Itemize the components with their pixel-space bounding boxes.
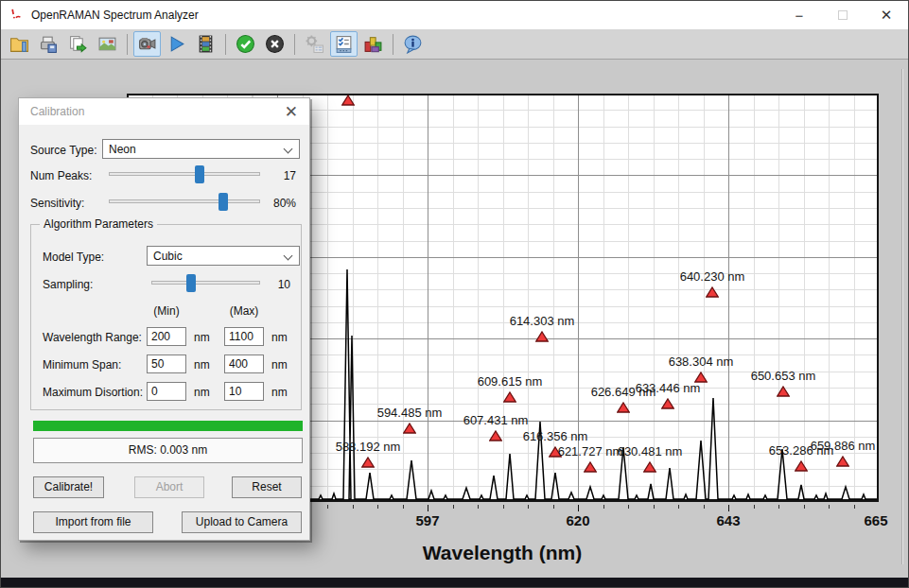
peak-label: 594.485 nm	[377, 406, 443, 420]
toolbar-separator	[393, 34, 393, 55]
sensitivity-slider[interactable]	[109, 199, 260, 203]
distortion-max-field[interactable]	[224, 382, 264, 401]
film-button[interactable]	[192, 31, 219, 57]
peak-marker-icon	[503, 391, 516, 403]
peak-label: 607.431 nm	[463, 413, 529, 427]
num-peaks-slider[interactable]	[109, 172, 260, 176]
sampling-label: Sampling:	[43, 278, 93, 291]
abort-button: Abort	[134, 476, 204, 498]
camera-icon	[137, 34, 157, 54]
toolbar	[1, 29, 908, 60]
unit-label: nm	[271, 358, 288, 372]
sampling-value: 10	[262, 278, 290, 291]
x-tick-label: 620	[566, 512, 589, 528]
app-window: OpenRAMAN Spectrum Analyzer − ✕ Waveleng…	[0, 0, 909, 588]
wavelength-min-field[interactable]	[147, 327, 186, 346]
save-print-icon	[39, 34, 59, 54]
toolbar-separator	[225, 34, 226, 55]
span-min-field[interactable]	[147, 355, 186, 373]
open-folder-button[interactable]	[6, 31, 33, 57]
minimize-button[interactable]: −	[778, 1, 821, 29]
wavelength-range-label: Wavelength Range:	[43, 331, 142, 344]
unit-label: nm	[194, 331, 210, 344]
process-settings-button	[301, 31, 328, 57]
model-type-label: Model Type:	[43, 251, 104, 264]
image-button[interactable]	[94, 31, 121, 57]
import-from-file-button[interactable]: Import from file	[33, 511, 153, 533]
sampling-slider-handle[interactable]	[186, 274, 196, 292]
play-button[interactable]	[163, 31, 190, 57]
peak-marker-icon	[836, 456, 849, 467]
play-icon	[166, 34, 186, 54]
accept-button[interactable]	[232, 31, 259, 57]
maximum-distortion-label: Maximum Disortion:	[43, 386, 143, 399]
x-tick-label: 665	[864, 512, 887, 528]
peak-marker-icon	[777, 386, 790, 397]
camera-button[interactable]	[133, 31, 161, 57]
rms-status: RMS: 0.003 nm	[33, 438, 303, 463]
x-tick-label: 643	[716, 512, 740, 528]
source-type-combobox[interactable]: Neon	[102, 139, 300, 159]
peak-marker-icon	[535, 331, 549, 342]
info-icon	[403, 34, 423, 54]
info-button[interactable]	[399, 31, 427, 57]
calibrate-button[interactable]: Calibrate!	[33, 476, 104, 498]
distortion-min-field[interactable]	[147, 382, 186, 401]
calibration-progress-bar	[33, 421, 303, 431]
span-max-field[interactable]	[224, 355, 264, 373]
sensitivity-slider-handle[interactable]	[219, 193, 228, 211]
process-settings-icon	[305, 34, 324, 54]
save-print-button[interactable]	[35, 31, 62, 57]
peak-marker-icon	[584, 461, 597, 473]
export-pages-icon	[68, 34, 88, 54]
peak-label: 640.230 nm	[680, 269, 745, 284]
dialog-titlebar[interactable]: Calibration ✕	[19, 98, 309, 125]
unit-label: nm	[271, 331, 288, 344]
bottom-strip	[1, 578, 908, 587]
maximize-button[interactable]	[821, 1, 865, 29]
dialog-title: Calibration	[30, 105, 84, 118]
toolbar-separator	[127, 34, 128, 55]
sampling-slider[interactable]	[151, 281, 260, 285]
model-type-combobox[interactable]: Cubic	[147, 246, 300, 266]
chart-blocks-button[interactable]	[359, 31, 387, 57]
peak-list-icon	[334, 34, 354, 54]
cancel-button[interactable]	[261, 31, 288, 57]
calibration-dialog: Calibration ✕ Source Type: Neon Num Peak…	[18, 97, 310, 541]
dialog-close-icon[interactable]: ✕	[285, 104, 298, 120]
peak-label: 659.886 nm	[811, 439, 876, 453]
open-folder-icon	[9, 34, 29, 54]
chart-blocks-icon	[363, 34, 383, 54]
sensitivity-label: Sensitivity:	[30, 197, 84, 210]
peak-marker-icon	[341, 95, 355, 106]
peak-list-button[interactable]	[330, 31, 358, 57]
peak-marker-icon	[694, 372, 708, 383]
close-button[interactable]: ✕	[865, 1, 908, 29]
peak-marker-icon	[617, 402, 630, 413]
peak-label: 650.653 nm	[751, 369, 816, 383]
x-tick-label: 597	[415, 512, 439, 528]
num-peaks-value: 17	[258, 169, 296, 182]
source-type-label: Source Type:	[30, 144, 97, 157]
maximize-icon	[838, 10, 848, 20]
peak-marker-icon	[706, 286, 719, 298]
wavelength-max-field[interactable]	[224, 327, 264, 346]
peak-label: 633.446 nm	[636, 381, 701, 395]
peak-label: 616.356 nm	[523, 429, 588, 443]
max-column-header: (Max)	[224, 304, 264, 318]
unit-label: nm	[194, 386, 210, 399]
num-peaks-label: Num Peaks:	[30, 169, 92, 182]
num-peaks-slider-handle[interactable]	[195, 165, 204, 183]
reset-button[interactable]: Reset	[232, 476, 302, 498]
peak-marker-icon	[795, 460, 808, 472]
window-title: OpenRAMAN Spectrum Analyzer	[31, 9, 199, 22]
export-pages-button[interactable]	[64, 31, 92, 57]
panel-bevel	[902, 69, 903, 564]
peak-label: 621.727 nm	[558, 444, 623, 458]
algorithm-parameters-title: Algorithm Parameters	[40, 217, 157, 231]
peak-marker-icon	[489, 430, 502, 441]
progress-fill	[33, 421, 303, 431]
peak-label: 588.192 nm	[336, 440, 401, 454]
upload-to-camera-button[interactable]: Upload to Camera	[182, 511, 302, 533]
peak-label: 630.481 nm	[618, 444, 683, 458]
